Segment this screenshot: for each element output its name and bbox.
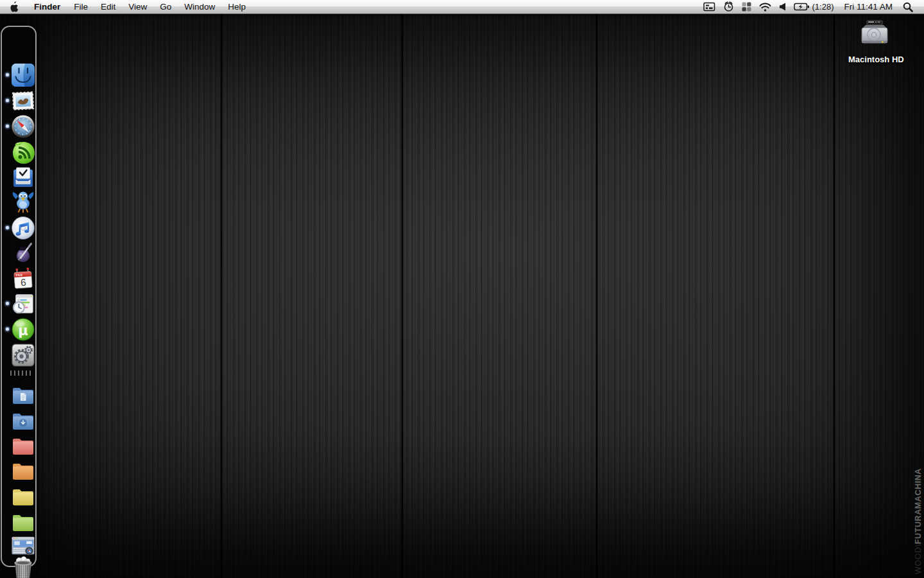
- dock-utorrent[interactable]: µ: [11, 317, 35, 342]
- mail-stamp-icon: [11, 89, 35, 113]
- dock-time-tracker[interactable]: [11, 292, 35, 316]
- inbox-checkbox-icon: [11, 165, 35, 189]
- inkwell-pen-icon: [11, 241, 35, 265]
- dock-green-folder[interactable]: [11, 509, 35, 534]
- gears-icon: [11, 343, 35, 367]
- menu-help[interactable]: Help: [221, 0, 252, 14]
- dock-ical[interactable]: FEB 6: [11, 267, 35, 291]
- battery-time-remaining: (1:28): [812, 2, 834, 12]
- svg-text:µ: µ: [18, 323, 28, 338]
- grid-glyph: [742, 2, 751, 12]
- green-rss-icon: [11, 141, 35, 165]
- dock: FEB 6: [1, 26, 37, 567]
- spotlight-glyph: [903, 2, 913, 12]
- wifi-icon[interactable]: [755, 0, 775, 14]
- alarm-clock-icon[interactable]: [719, 0, 738, 14]
- finder-icon: [11, 63, 35, 87]
- plank-gap: [401, 14, 404, 578]
- trash-full-icon: [11, 556, 35, 578]
- running-indicator: [6, 328, 9, 331]
- running-indicator: [6, 99, 9, 102]
- spotlight-icon[interactable]: [898, 2, 914, 12]
- red-folder-icon: [11, 434, 35, 456]
- vignette: [0, 14, 924, 578]
- watermark-name: FUTURAMACHINA: [914, 468, 923, 544]
- plank-gap: [595, 14, 598, 578]
- dock-separator: [9, 371, 31, 376]
- plank-gap: [833, 14, 835, 578]
- dock-red-folder[interactable]: [11, 433, 35, 457]
- dock-documents-folder[interactable]: [11, 382, 35, 407]
- dock-minimized-safari-window[interactable]: [11, 534, 35, 558]
- green-mu-icon: µ: [11, 317, 35, 342]
- clock-window-icon: [11, 291, 35, 317]
- wood-wallpaper: [0, 14, 924, 578]
- dock-system-preferences[interactable]: [11, 343, 35, 367]
- dock-inkwell-app[interactable]: [11, 241, 35, 265]
- menu-finder[interactable]: Finder: [27, 0, 67, 14]
- apple-menu[interactable]: [0, 0, 27, 14]
- grid-icon[interactable]: [738, 0, 755, 14]
- green-folder-icon: [11, 511, 35, 532]
- dock-trash-full[interactable]: [11, 557, 35, 578]
- dock-downloads-folder[interactable]: [11, 408, 35, 432]
- calendar-feb-6-icon: FEB 6: [11, 266, 35, 292]
- blue-bird-icon: [11, 189, 35, 213]
- menu-edit[interactable]: Edit: [94, 0, 122, 14]
- volume-icon[interactable]: [775, 0, 790, 14]
- yellow-folder-icon: [11, 485, 35, 507]
- apple-logo-icon: [9, 1, 19, 13]
- dock-things[interactable]: [11, 165, 35, 189]
- running-indicator: [6, 226, 9, 229]
- menu-file[interactable]: File: [67, 0, 94, 14]
- dock-yellow-folder[interactable]: [11, 484, 35, 508]
- dock-twitterrific[interactable]: [11, 189, 35, 213]
- alarm-clock-glyph: [723, 1, 734, 12]
- macintosh-hd-desktop-icon[interactable]: Macintosh HD: [848, 19, 900, 64]
- plank-gap: [220, 14, 223, 578]
- blue-folder-download-icon: [11, 409, 35, 431]
- desktop-screen: WOOD\FUTURAMACHINA Finder File Edit View…: [0, 0, 924, 578]
- running-indicator: [6, 125, 9, 128]
- dock-finder[interactable]: [11, 63, 35, 87]
- running-indicator: [6, 302, 9, 305]
- window-thumbnail-icon: [11, 534, 35, 558]
- menu-view[interactable]: View: [122, 0, 153, 14]
- input-menu-icon[interactable]: [699, 0, 719, 14]
- hd-label: Macintosh HD: [848, 55, 900, 64]
- dock-rss-reader[interactable]: [11, 141, 35, 165]
- dock-safari[interactable]: [11, 114, 35, 139]
- battery-menu[interactable]: (1:28): [790, 2, 838, 12]
- dock-orange-folder[interactable]: [11, 458, 35, 482]
- svg-text:6: 6: [20, 277, 26, 288]
- hard-drive-icon: [857, 19, 891, 50]
- dock-mail[interactable]: [11, 89, 35, 113]
- menu-bar-extras: (1:28) Fri 11:41 AM: [699, 0, 924, 14]
- dock-itunes[interactable]: [11, 216, 35, 240]
- watermark-prefix: WOOD\: [914, 544, 923, 574]
- orange-folder-icon: [11, 459, 35, 481]
- battery-charging-icon: [794, 3, 810, 11]
- wallpaper-watermark: WOOD\FUTURAMACHINA: [914, 468, 923, 574]
- cd-music-note-icon: [11, 216, 35, 240]
- safari-compass-icon: [11, 114, 35, 139]
- menu-window[interactable]: Window: [178, 0, 221, 14]
- menu-go[interactable]: Go: [153, 0, 178, 14]
- menu-bar: Finder File Edit View Go Window Help: [0, 0, 924, 14]
- wifi-glyph: [759, 3, 771, 12]
- volume-glyph: [779, 3, 786, 11]
- running-indicator: [6, 73, 9, 76]
- menu-bar-clock[interactable]: Fri 11:41 AM: [837, 2, 898, 12]
- blue-folder-document-icon: [11, 383, 35, 405]
- input-menu-glyph: [703, 2, 715, 12]
